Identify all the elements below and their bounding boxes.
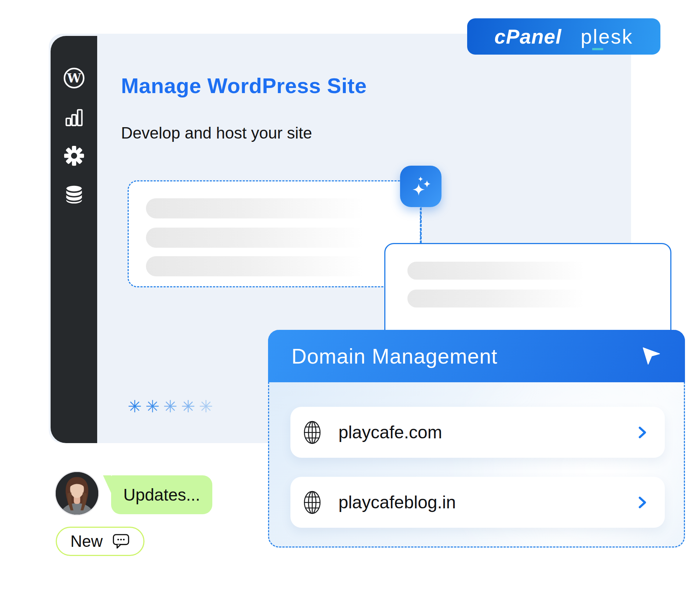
cursor-arrow-icon	[642, 346, 661, 366]
domain-panel-title: Domain Management	[292, 344, 498, 368]
skeleton-bar	[407, 262, 600, 280]
plesk-logo-text: plesk	[580, 25, 633, 48]
skeleton-card-dashed	[128, 180, 421, 287]
skeleton-bar	[407, 290, 600, 307]
chat-message: Updates...	[123, 485, 200, 505]
asterisk-icon: ✳	[163, 398, 177, 415]
avatar	[55, 471, 99, 516]
domain-name: playcafeblog.in	[338, 492, 456, 512]
page-title: Manage WordPress Site	[121, 73, 367, 98]
new-message-badge[interactable]: New	[56, 527, 144, 556]
asterisk-icon: ✳	[199, 398, 213, 415]
domain-name: playcafe.com	[338, 422, 442, 442]
chevron-right-icon[interactable]	[638, 496, 648, 509]
domain-row-playcafeblog-in[interactable]: playcafeblog.in	[290, 477, 665, 528]
globe-icon	[304, 421, 321, 444]
ai-sparkle-button[interactable]	[400, 166, 441, 207]
brand-badge: cPanel plesk	[467, 18, 660, 55]
globe-icon	[304, 491, 321, 514]
wordpress-icon[interactable]: W	[63, 67, 85, 89]
page-subtitle: Develop and host your site	[121, 124, 312, 142]
skeleton-bar	[146, 256, 382, 276]
skeleton-bar	[146, 198, 382, 218]
plesk-logo: plesk	[580, 25, 633, 48]
sparkles-icon	[409, 174, 433, 199]
skeleton-bar	[146, 228, 382, 248]
svg-text:W: W	[66, 71, 81, 85]
database-icon[interactable]	[63, 183, 85, 206]
asterisk-icon: ✳	[128, 398, 142, 415]
chat-bubble: Updates...	[111, 475, 212, 514]
gear-icon[interactable]	[63, 144, 85, 167]
chevron-right-icon[interactable]	[638, 426, 648, 439]
sidebar: W	[51, 36, 97, 443]
domain-row-playcafe-com[interactable]: playcafe.com	[290, 407, 665, 458]
asterisk-decoration: ✳ ✳ ✳ ✳ ✳	[128, 398, 213, 415]
domain-management-panel: Domain Management playcafe.com	[268, 330, 685, 548]
new-badge-label: New	[70, 532, 103, 550]
domain-panel-header: Domain Management	[268, 330, 685, 382]
bar-chart-icon[interactable]	[63, 106, 85, 128]
page: W	[0, 0, 700, 593]
dashed-connector-line	[420, 207, 422, 243]
chat-message-icon	[112, 533, 130, 550]
plesk-underline-mark	[592, 48, 603, 50]
cpanel-logo: cPanel	[494, 25, 561, 48]
asterisk-icon: ✳	[146, 398, 160, 415]
asterisk-icon: ✳	[181, 398, 195, 415]
